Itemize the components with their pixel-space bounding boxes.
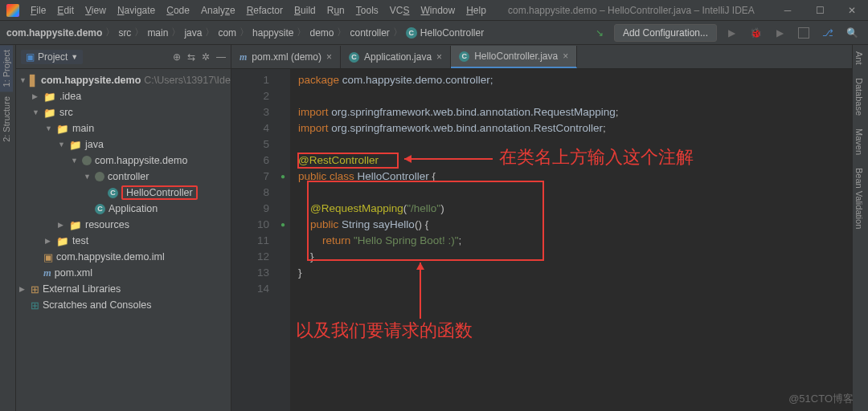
right-tool-strip: Ant Database Maven Bean Validation xyxy=(852,45,868,411)
stop-icon[interactable] xyxy=(794,23,813,43)
menu-analyze[interactable]: Analyze xyxy=(196,2,240,19)
project-icon: ▣ xyxy=(26,51,35,63)
nav-bar: com.happysite.demo〉 src〉 main〉 java〉 com… xyxy=(0,21,868,45)
run-gutter-icon[interactable]: ● xyxy=(276,169,290,185)
select-opened-icon[interactable]: ⊕ xyxy=(173,51,181,63)
tab-application[interactable]: CApplication.java× xyxy=(341,46,451,68)
bean-validation-tool-tab[interactable]: Bean Validation xyxy=(853,161,866,235)
package-icon xyxy=(82,156,92,165)
expand-all-icon[interactable]: ⇆ xyxy=(187,51,195,63)
run-icon[interactable]: ▶ xyxy=(722,23,741,43)
class-icon: C xyxy=(108,188,118,198)
menu-edit[interactable]: Edit xyxy=(52,2,79,19)
editor-tabs: mpom.xml (demo)× CApplication.java× CHel… xyxy=(231,45,852,69)
menu-build[interactable]: Build xyxy=(289,2,321,19)
hide-icon[interactable]: — xyxy=(216,51,226,63)
structure-tool-tab[interactable]: 2: Structure xyxy=(0,92,13,147)
breadcrumbs[interactable]: com.happysite.demo〉 src〉 main〉 java〉 com… xyxy=(6,26,484,39)
class-icon: C xyxy=(95,204,105,214)
settings-icon[interactable]: ✲ xyxy=(202,51,210,63)
build-icon[interactable]: ↘ xyxy=(590,23,609,43)
menu-vcs[interactable]: VCS xyxy=(385,2,415,19)
intellij-logo-icon xyxy=(6,4,19,17)
tab-pom[interactable]: mpom.xml (demo)× xyxy=(231,46,341,68)
menu-view[interactable]: View xyxy=(80,2,111,19)
project-tool-tab[interactable]: 1: Project xyxy=(0,45,13,92)
editor-area: mpom.xml (demo)× CApplication.java× CHel… xyxy=(231,45,852,411)
search-icon[interactable]: 🔍 xyxy=(842,23,862,43)
main-menu: File Edit View Navigate Code Analyze Ref… xyxy=(26,2,491,19)
menu-run[interactable]: Run xyxy=(322,2,350,19)
menu-help[interactable]: Help xyxy=(461,2,491,19)
gutter-icons: ● ● xyxy=(276,69,290,411)
chevron-down-icon: ▼ xyxy=(71,53,78,61)
close-button[interactable]: ✕ xyxy=(836,0,868,21)
class-icon: C xyxy=(406,27,417,39)
menu-window[interactable]: Window xyxy=(416,2,460,19)
project-tree[interactable]: ▼▋com.happysite.demo C:\Users\13917\Ide … xyxy=(16,69,231,411)
run-gutter-icon[interactable]: ● xyxy=(276,217,290,233)
package-icon xyxy=(95,172,104,181)
close-icon[interactable]: × xyxy=(326,51,332,63)
menu-tools[interactable]: Tools xyxy=(351,2,383,19)
menu-file[interactable]: File xyxy=(26,2,51,19)
hello-controller-file[interactable]: HelloController xyxy=(121,185,198,200)
project-view-selector[interactable]: ▣ Project ▼ xyxy=(21,50,83,64)
line-gutter: 1234567891011121314 xyxy=(231,69,276,411)
window-title: com.happysite.demo – HelloController.jav… xyxy=(491,5,772,16)
close-icon[interactable]: × xyxy=(563,51,568,62)
tab-hellocontroller[interactable]: CHelloController.java× xyxy=(451,46,577,68)
sidebar-header: ▣ Project ▼ ⊕ ⇆ ✲ — xyxy=(16,45,231,69)
minimize-button[interactable]: ─ xyxy=(772,0,804,21)
coverage-icon[interactable]: ▶ xyxy=(770,23,789,43)
code-text[interactable]: package com.happysite.demo.controller; i… xyxy=(290,69,852,411)
vcs-icon[interactable]: ⎇ xyxy=(818,23,837,43)
close-icon[interactable]: × xyxy=(436,51,442,63)
left-tool-strip: 1: Project 2: Structure xyxy=(0,45,16,411)
project-sidebar: ▣ Project ▼ ⊕ ⇆ ✲ — ▼▋com.happysite.demo… xyxy=(16,45,231,411)
maximize-button[interactable]: ☐ xyxy=(804,0,836,21)
debug-icon[interactable]: 🐞 xyxy=(746,23,765,43)
title-bar: File Edit View Navigate Code Analyze Ref… xyxy=(0,0,868,21)
ant-tool-tab[interactable]: Ant xyxy=(853,45,866,71)
menu-navigate[interactable]: Navigate xyxy=(113,2,160,19)
watermark: @51CTO博客 xyxy=(788,392,854,406)
add-configuration-button[interactable]: Add Configuration... xyxy=(614,24,717,42)
code-editor[interactable]: 1234567891011121314 ● ● package com.happ… xyxy=(231,69,852,411)
maven-tool-tab[interactable]: Maven xyxy=(853,122,866,161)
database-tool-tab[interactable]: Database xyxy=(853,71,866,122)
menu-refactor[interactable]: Refactor xyxy=(242,2,288,19)
menu-code[interactable]: Code xyxy=(162,2,194,19)
